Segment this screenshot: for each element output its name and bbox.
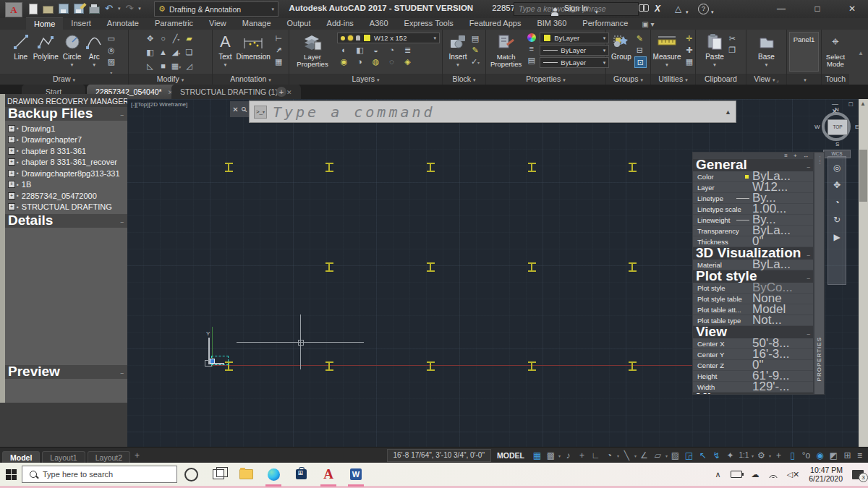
annotation-visibility-icon[interactable]: ✦ bbox=[723, 448, 737, 463]
osnap-icon[interactable]: ▱ bbox=[651, 448, 665, 463]
expand-icon[interactable]: + bbox=[8, 192, 15, 200]
command-line-grip[interactable]: ✕ ⚲ bbox=[230, 101, 249, 117]
panel-footer-modify[interactable]: Modify▾ bbox=[129, 74, 212, 85]
close-icon[interactable]: ✕ bbox=[232, 106, 238, 114]
text-dropdown-icon[interactable]: ▼ bbox=[223, 61, 227, 69]
ribbon-tab-express-tools[interactable]: Express Tools bbox=[396, 17, 461, 30]
block-attributes-icon[interactable]: ✓▾ bbox=[470, 56, 481, 67]
paste-dropdown-icon[interactable]: ▼ bbox=[712, 61, 717, 69]
polar-tracking-icon-dropdown[interactable]: ▾ bbox=[617, 453, 619, 458]
redo-icon[interactable]: ↷ bbox=[125, 4, 133, 14]
full-nav-wheel-icon[interactable]: ◎ bbox=[833, 163, 841, 173]
preview-header[interactable]: Preview– bbox=[5, 365, 127, 379]
linetype-dropdown-icon[interactable]: ▾ bbox=[603, 60, 606, 66]
erase-icon[interactable]: ▰ bbox=[184, 33, 195, 43]
ribbon-tab-bim-360[interactable]: BIM 360 bbox=[529, 17, 574, 30]
layer-isolate-icon[interactable]: ◧ bbox=[354, 45, 365, 55]
layer-select[interactable]: W12 x 152 ▾ bbox=[337, 33, 440, 43]
model-space-badge[interactable]: MODEL bbox=[491, 451, 530, 460]
quick-select-icon[interactable]: ✛ bbox=[684, 33, 694, 43]
expand-icon[interactable]: + bbox=[8, 125, 15, 132]
steel-beam-symbol[interactable] bbox=[528, 262, 536, 272]
viewcube-top-face[interactable]: TOP bbox=[827, 119, 848, 135]
ribbon-tab-featured-apps[interactable]: Featured Apps bbox=[461, 17, 529, 30]
palette-title-strip[interactable] bbox=[0, 94, 5, 403]
steel-beam-symbol[interactable] bbox=[629, 163, 637, 172]
steel-beam-symbol[interactable] bbox=[629, 262, 637, 272]
showmotion-icon[interactable]: ▶ bbox=[833, 232, 840, 242]
polyline-button[interactable]: Polyline bbox=[32, 31, 60, 74]
arc-button[interactable]: Arc ▼ bbox=[84, 31, 104, 74]
property-value[interactable]: ByLa... bbox=[752, 257, 791, 272]
scrollbar-thumb[interactable] bbox=[859, 150, 867, 202]
property-value[interactable]: 129'-... bbox=[752, 380, 789, 394]
steel-beam-symbol[interactable] bbox=[528, 163, 536, 172]
backup-file-item[interactable]: +▪Drawingchapter7 bbox=[5, 134, 127, 146]
group-button[interactable]: Group bbox=[610, 31, 633, 74]
action-center-icon[interactable]: 3 bbox=[852, 470, 864, 479]
volume-muted-icon[interactable]: ◁✕ bbox=[787, 470, 800, 479]
expand-icon[interactable]: + bbox=[8, 147, 15, 155]
offset-icon[interactable]: ◿ bbox=[184, 61, 195, 71]
navigation-bar[interactable]: ◎ ✥ ◔ ↻ ▶ bbox=[827, 156, 846, 285]
measure-dropdown-icon[interactable]: ▼ bbox=[665, 61, 669, 69]
panel-footer-block[interactable]: Block▾ bbox=[443, 74, 485, 85]
backup-file-item[interactable]: +▪STRUCTUAL DRAFTING bbox=[5, 202, 127, 213]
panel1-button[interactable]: Panel1 bbox=[789, 32, 819, 72]
paste-button[interactable]: Paste ▼ bbox=[704, 31, 726, 74]
layer-walk-icon[interactable]: ◌ bbox=[386, 56, 397, 67]
cortana-button[interactable] bbox=[177, 463, 205, 487]
quick-properties-icon[interactable]: °o bbox=[799, 448, 813, 463]
open-file-icon[interactable] bbox=[43, 6, 54, 14]
expand-icon[interactable]: + bbox=[8, 170, 15, 177]
isolate-objects-icon[interactable]: ◩ bbox=[827, 448, 841, 463]
search-icon[interactable] bbox=[639, 2, 649, 15]
lineweight-dropdown-icon[interactable]: ▾ bbox=[603, 48, 606, 53]
expand-icon[interactable]: + bbox=[8, 158, 15, 166]
selected-object[interactable] bbox=[211, 356, 229, 365]
close-tab-icon[interactable]: ✕ bbox=[286, 89, 292, 96]
measure-button[interactable]: Measure ▼ bbox=[652, 31, 683, 74]
point-icon[interactable]: ✚ bbox=[684, 45, 694, 55]
graphics-performance-icon[interactable]: ◉ bbox=[813, 448, 827, 463]
ribbon-tab-output[interactable]: Output bbox=[279, 17, 319, 30]
ribbon-scroll-icon[interactable]: ▲ bbox=[858, 50, 864, 56]
trim-icon[interactable]: ╱▾ bbox=[171, 33, 182, 43]
steel-beam-symbol[interactable] bbox=[427, 262, 435, 272]
insert-dropdown-icon[interactable]: ▼ bbox=[456, 61, 460, 69]
close-button[interactable]: ✕ bbox=[838, 0, 867, 17]
command-input[interactable]: >_▾ Type a command ▲ bbox=[249, 100, 736, 123]
layer-lock-icon[interactable] bbox=[356, 35, 360, 40]
isodraft-icon-dropdown[interactable]: ▾ bbox=[634, 453, 637, 458]
property-row[interactable]: Plot table typeNot... bbox=[693, 315, 813, 326]
units-icon[interactable]: ▯ bbox=[786, 448, 799, 463]
block-create-icon[interactable]: ▤ bbox=[470, 33, 481, 43]
sign-in-button[interactable]: Sign In bbox=[564, 4, 588, 12]
ribbon-tab-performance[interactable]: Performance bbox=[574, 17, 636, 30]
quick-calc-icon[interactable]: ▦ bbox=[684, 56, 694, 67]
circle-button[interactable]: Circle ▼ bbox=[61, 31, 83, 74]
rotate-icon[interactable]: ○ bbox=[158, 33, 169, 43]
new-layout-button[interactable]: + bbox=[135, 450, 140, 461]
ribbon-tab-add-ins[interactable]: Add-ins bbox=[319, 17, 362, 30]
ribbon-tab-annotate[interactable]: Annotate bbox=[99, 17, 147, 30]
steel-beam-symbol[interactable] bbox=[629, 361, 637, 371]
workspace-gear-icon[interactable]: ⚙ bbox=[754, 448, 768, 463]
canvas-scrollbar[interactable]: ▲ bbox=[859, 99, 868, 447]
panel-footer-groups[interactable]: Groups▾ bbox=[606, 74, 650, 85]
steel-beam-symbol[interactable] bbox=[427, 163, 435, 172]
layer-thaw-icon[interactable] bbox=[348, 35, 353, 40]
ribbon-tab-view[interactable]: View bbox=[201, 17, 234, 30]
undo-icon[interactable]: ↶ bbox=[105, 4, 113, 14]
insert-button[interactable]: Insert ▼ bbox=[447, 31, 468, 74]
tray-expand-icon[interactable]: ∧ bbox=[715, 470, 721, 479]
backup-files-header[interactable]: Backup Files– bbox=[5, 107, 127, 121]
collapse-icon[interactable]: – bbox=[807, 249, 810, 260]
property-value[interactable]: Not... bbox=[752, 313, 782, 328]
workspace-switcher[interactable]: ⚙ Drafting & Annotation ▾ bbox=[154, 1, 278, 17]
panel-footer-touch[interactable]: Touch bbox=[822, 74, 849, 85]
backup-file-item[interactable]: +▪chapter 8 331-361_recover bbox=[5, 157, 127, 168]
match-properties-button[interactable]: Match Properties bbox=[489, 31, 523, 74]
panel-footer-annotation[interactable]: Annotation▾ bbox=[213, 74, 289, 85]
multileader-icon[interactable]: ↗ ▾ bbox=[273, 45, 284, 55]
